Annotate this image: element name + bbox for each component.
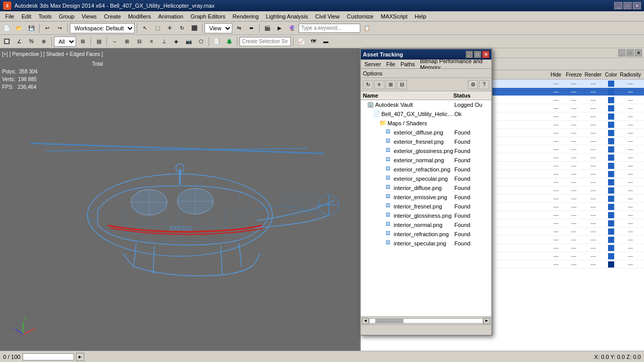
rotate-button[interactable]: ↻ [176,23,188,34]
at-content[interactable]: 🏢 Autodesk Vault Logged Ou 📄 Bell_407_GX… [361,100,491,316]
spinner-snap[interactable]: ⊕ [38,36,49,47]
align-button[interactable]: ⬌ [246,23,257,34]
at-item-int-specular[interactable]: 🖼 interior_specular.png Found [361,239,491,248]
menu-edit[interactable]: Edit [19,13,34,20]
at-scroll-right[interactable]: ► [483,318,490,324]
menu-group[interactable]: Group [56,13,78,20]
minimize-button[interactable]: _ [614,2,622,9]
maximize-button[interactable]: □ [623,2,632,9]
at-item-int-refraction[interactable]: 🖼 interior_refraction.png Found [361,230,491,239]
menu-modifiers[interactable]: Modifiers [125,13,154,20]
at-scroll-track[interactable] [369,318,483,323]
at-item-vault[interactable]: 🏢 Autodesk Vault Logged Ou [361,100,491,109]
redo-button[interactable]: ↪ [54,23,65,34]
separator [39,24,40,33]
at-item-maps[interactable]: 📁 Maps / Shaders [361,119,491,128]
view-dropdown[interactable]: View [205,23,232,33]
mirror-button[interactable]: ⇋ [233,23,245,34]
material-editor[interactable]: 🔮 [286,23,298,34]
move-button[interactable]: ✛ [164,23,175,34]
toolbar-main: 📄 📂 💾 ↩ ↪ Workspace: Default ↖ ⬚ ✛ ↻ ⬛ V… [0,22,644,35]
mirror-tool[interactable]: ↔ [109,36,120,47]
at-scroll-left[interactable]: ◄ [362,318,369,324]
workspace-dropdown[interactable]: Workspace: Default [70,23,135,33]
at-scrollbar[interactable]: ◄ ► [361,316,491,325]
scene-explorer[interactable]: 🌲 [224,36,235,47]
filter-btn[interactable]: ⊞ [77,36,88,47]
at-item-int-emissive[interactable]: 🖼 interior_emissive.png Found [361,193,491,202]
named-selection[interactable]: ▤ [93,36,104,47]
at-item-ext-refraction[interactable]: 🖼 exterior_refraction.png Found [361,165,491,174]
layers-minimize[interactable]: _ [618,49,625,56]
at-item-int-glossiness[interactable]: 🖼 interior_glossiness.png Found [361,211,491,220]
status-forward[interactable]: ► [76,353,84,361]
menu-file[interactable]: File [2,13,17,20]
all-dropdown[interactable]: All [54,36,76,47]
at-item-ext-diffuse[interactable]: 🖼 exterior_diffuse.png Found [361,128,491,137]
menu-maxscript[interactable]: MAXScript [378,13,411,20]
viewport-area[interactable]: [+] [ Perspective ] [ Shaded + Edged Fac… [0,48,360,351]
search-input[interactable] [299,24,360,33]
schematic-view[interactable]: 🗺 [308,36,319,47]
at-menu-file[interactable]: File [383,61,398,68]
separator [51,37,52,46]
close-button[interactable]: ✕ [633,2,641,9]
place-highlight[interactable]: ◈ [171,36,182,47]
layers-close[interactable]: ✕ [635,49,642,56]
layer-manager[interactable]: 📑 [211,36,223,47]
menu-civil-view[interactable]: Civil View [312,13,342,20]
undo-button[interactable]: ↩ [42,23,53,34]
snap-toggle[interactable]: 🔲 [1,36,12,47]
layers-maximize[interactable]: □ [627,49,634,56]
layers-button[interactable]: 📋 [361,23,373,34]
menu-animation[interactable]: Animation [155,13,187,20]
menu-rendering[interactable]: Rendering [230,13,262,20]
helicopter-svg: N407GX [21,102,339,297]
save-button[interactable]: 💾 [26,23,37,34]
align-view[interactable]: ⬡ [195,36,207,47]
open-button[interactable]: 📂 [13,23,25,34]
at-menu-paths[interactable]: Paths [398,61,417,68]
menu-help[interactable]: Help [412,13,430,20]
at-details[interactable]: ⊟ [397,80,407,89]
at-item-int-fresnel[interactable]: 🖼 interior_fresnel.png Found [361,202,491,211]
menu-customize[interactable]: Customize [344,13,377,20]
align-camera[interactable]: 📷 [183,36,194,47]
selection-set-input[interactable] [240,37,291,46]
normal-align[interactable]: ⊥ [158,36,170,47]
align-tool[interactable]: ⊟ [134,36,145,47]
angle-snap[interactable]: ∠ [13,36,25,47]
at-item-bell-file[interactable]: 📄 Bell_407_GX_Utility_Helicopter_vray.m.… [361,109,491,119]
curve-editor[interactable]: 📈 [296,36,307,47]
layer-color [603,81,619,87]
at-options-label[interactable]: Options [363,70,382,77]
percent-snap[interactable]: % [26,36,37,47]
at-scroll-thumb[interactable] [375,319,403,323]
render-button[interactable]: ▶ [274,23,285,34]
menu-lighting[interactable]: Lighting Analysis [263,13,311,20]
at-help[interactable]: ? [479,80,489,89]
at-menu-server[interactable]: Server [362,61,383,68]
at-item-int-diffuse[interactable]: 🖼 interior_diffuse.png Found [361,183,491,193]
select-region[interactable]: ⬚ [152,23,163,34]
render-setup[interactable]: 🎬 [262,23,273,34]
select-button[interactable]: ↖ [139,23,151,34]
at-settings[interactable]: ⚙ [468,80,478,89]
at-refresh[interactable]: ↻ [363,80,373,89]
at-item-ext-glossiness[interactable]: 🖼 exterior_glossiness.png Found [361,146,491,156]
at-item-ext-normal[interactable]: 🖼 exterior_normal.png Found [361,156,491,165]
quick-align[interactable]: ≡ [146,36,157,47]
menu-graph-editors[interactable]: Graph Editors [188,13,229,20]
at-tree-view[interactable]: ⊞ [385,80,396,89]
menu-views[interactable]: Views [79,13,100,20]
array-tool[interactable]: ⊞ [121,36,133,47]
menu-tools[interactable]: Tools [35,13,55,20]
at-item-int-normal[interactable]: 🖼 interior_normal.png Found [361,220,491,230]
at-item-ext-fresnel[interactable]: 🖼 exterior_fresnel.png Found [361,137,491,146]
toggle-ribbon[interactable]: ▬ [320,36,332,47]
menu-create[interactable]: Create [101,13,124,20]
at-item-ext-specular[interactable]: 🖼 exterior_specular.png Found [361,174,491,183]
new-button[interactable]: 📄 [1,23,12,34]
scale-button[interactable]: ⬛ [189,23,200,34]
at-list-view[interactable]: ≡ [374,80,384,89]
